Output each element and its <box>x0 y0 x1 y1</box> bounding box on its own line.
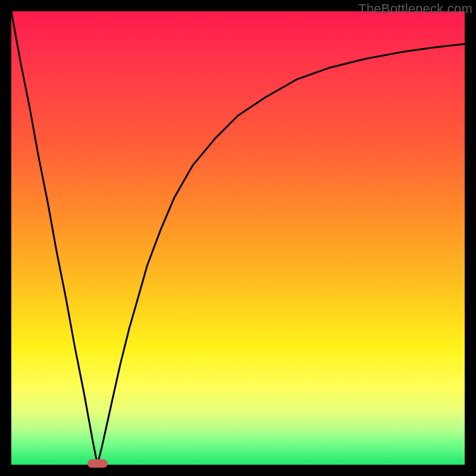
chart-frame: TheBottleneck.com <box>0 0 476 476</box>
bottleneck-curve <box>11 11 465 465</box>
plot-area <box>11 11 465 465</box>
optimum-marker <box>87 459 108 468</box>
watermark-text: TheBottleneck.com <box>358 1 472 17</box>
